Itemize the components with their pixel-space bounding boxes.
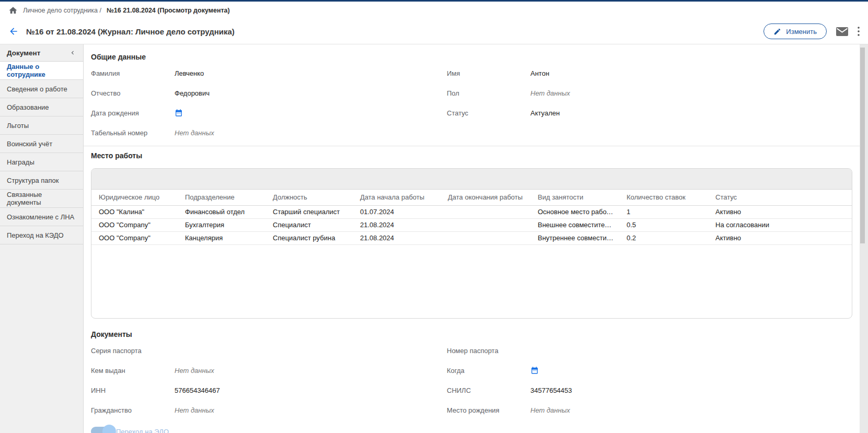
edo-toggle[interactable] bbox=[91, 427, 114, 433]
header-actions: Изменить bbox=[763, 24, 860, 39]
table-row[interactable]: ООО "Калина" Финансовый отдел Старший сп… bbox=[91, 205, 852, 218]
field-gender: Пол Нет данных bbox=[447, 83, 852, 103]
sidebar-item-lna[interactable]: Ознакомление с ЛНА bbox=[0, 208, 83, 226]
calendar-icon[interactable] bbox=[175, 109, 183, 117]
workplace-table-card: Юридическое лицо Подразделение Должность… bbox=[91, 168, 852, 319]
sidebar-item-label: Ознакомление с ЛНА bbox=[7, 213, 74, 221]
edit-button[interactable]: Изменить bbox=[763, 24, 827, 39]
field-inn: ИНН 576654346467 bbox=[91, 380, 447, 400]
envelope-icon[interactable] bbox=[836, 27, 848, 36]
sidebar-item-kedo[interactable]: Переход на КЭДО bbox=[0, 226, 83, 244]
cell: Активно bbox=[709, 205, 852, 218]
cell: 0.5 bbox=[620, 218, 709, 231]
documents-fields: Серия паспорта Номер паспорта Кем выдан … bbox=[91, 341, 852, 420]
table-row[interactable]: ООО "Company" Бухгалтерия Специалист 21.… bbox=[91, 218, 852, 231]
general-section-title: Общие данные bbox=[91, 50, 852, 63]
column-header[interactable]: Вид занятости bbox=[531, 190, 620, 205]
table-row[interactable]: ООО "Company" Канцелярия Специалист руби… bbox=[91, 231, 852, 244]
sidebar-nav: Данные о сотруднике Сведения о работе Об… bbox=[0, 62, 83, 244]
field-issued-by: Кем выдан Нет данных bbox=[91, 360, 447, 380]
cell: 01.07.2024 bbox=[354, 205, 442, 218]
field-value: 34577654453 bbox=[530, 387, 572, 394]
sidebar-header: Документ bbox=[0, 44, 83, 62]
cell: Активно bbox=[709, 231, 852, 244]
cell: 21.08.2024 bbox=[354, 218, 442, 231]
breadcrumb-path[interactable]: Личное дело сотрудника / bbox=[23, 7, 101, 14]
page-title: №16 от 21.08.2024 (Журнал: Личное дело с… bbox=[26, 27, 235, 36]
edo-toggle-knob bbox=[102, 425, 116, 433]
cell: Специалист рубина bbox=[267, 231, 354, 244]
field-value: Левченко bbox=[175, 69, 204, 77]
edo-toggle-row: Переход на ЭДО bbox=[91, 424, 852, 433]
collapse-sidebar-icon[interactable] bbox=[69, 49, 76, 56]
cell: Канцелярия bbox=[179, 231, 267, 244]
field-value: Нет данных bbox=[530, 406, 570, 414]
sidebar-title: Документ bbox=[7, 49, 40, 57]
sidebar-item-related-documents[interactable]: Связанные документы bbox=[0, 190, 83, 208]
column-header[interactable]: Должность bbox=[267, 190, 354, 205]
field-label: ИНН bbox=[91, 387, 175, 394]
sidebar-item-employee-data[interactable]: Данные о сотруднике bbox=[0, 62, 83, 80]
edit-button-label: Изменить bbox=[786, 28, 817, 36]
field-label: Место рождения bbox=[447, 406, 530, 414]
cell bbox=[442, 218, 531, 231]
documents-section-title: Документы bbox=[91, 327, 852, 341]
field-label: Табельный номер bbox=[91, 129, 175, 137]
field-label: Имя bbox=[447, 69, 530, 77]
kebab-menu-icon[interactable] bbox=[858, 27, 860, 36]
field-label: Дата рождения bbox=[91, 109, 175, 117]
field-firstname: Имя Антон bbox=[447, 63, 852, 83]
sidebar-item-label: Льготы bbox=[7, 122, 29, 130]
sidebar-item-awards[interactable]: Награды bbox=[0, 153, 83, 171]
column-header[interactable]: Количество ставок bbox=[620, 190, 709, 205]
field-label: Серия паспорта bbox=[91, 347, 175, 355]
field-birthdate: Дата рождения bbox=[91, 103, 447, 123]
table-header-row: Юридическое лицо Подразделение Должность… bbox=[91, 190, 852, 205]
field-issued-when: Когда bbox=[447, 360, 852, 380]
back-button[interactable] bbox=[8, 26, 19, 37]
sidebar-item-label: Награды bbox=[7, 158, 34, 166]
column-header[interactable]: Дата окончания работы bbox=[442, 190, 531, 205]
sidebar-item-military[interactable]: Воинский учёт bbox=[0, 135, 83, 153]
workplace-table-toolbar bbox=[91, 169, 852, 190]
column-header[interactable]: Подразделение bbox=[179, 190, 267, 205]
field-passport-series: Серия паспорта bbox=[91, 341, 447, 360]
sidebar-item-label: Данные о сотруднике bbox=[7, 63, 76, 78]
calendar-icon[interactable] bbox=[530, 366, 539, 375]
field-status: Статус Актуален bbox=[447, 103, 852, 123]
field-value: Нет данных bbox=[175, 129, 214, 137]
cell: 1 bbox=[620, 205, 709, 218]
pencil-icon bbox=[773, 28, 781, 36]
field-label: Отчество bbox=[91, 89, 175, 97]
cell: 0.2 bbox=[620, 231, 709, 244]
field-value: 576654346467 bbox=[175, 387, 220, 394]
cell: Внутреннее совместитель… bbox=[531, 231, 620, 244]
cell: Бухгалтерия bbox=[179, 218, 267, 231]
field-spacer bbox=[447, 123, 852, 143]
home-icon[interactable] bbox=[8, 6, 18, 15]
column-header[interactable]: Дата начала работы bbox=[354, 190, 442, 205]
sidebar-item-folder-structure[interactable]: Структура папок bbox=[0, 171, 83, 190]
sidebar-item-benefits[interactable]: Льготы bbox=[0, 116, 83, 135]
sidebar-item-label: Переход на КЭДО bbox=[7, 231, 64, 239]
sidebar-item-label: Сведения о работе bbox=[7, 85, 67, 93]
field-value: Нет данных bbox=[175, 367, 214, 375]
column-header[interactable]: Статус bbox=[709, 190, 852, 205]
cell: ООО "Калина" bbox=[91, 205, 179, 218]
field-middlename: Отчество Федорович bbox=[91, 83, 447, 103]
sidebar-item-education[interactable]: Образование bbox=[0, 98, 83, 116]
sidebar-item-label: Связанные документы bbox=[7, 191, 76, 206]
cell: ООО "Company" bbox=[91, 231, 179, 244]
edo-toggle-label: Переход на ЭДО bbox=[116, 428, 169, 433]
column-header[interactable]: Юридическое лицо bbox=[91, 190, 179, 205]
vertical-scrollbar[interactable] bbox=[860, 44, 868, 433]
field-lastname: Фамилия Левченко bbox=[91, 63, 447, 83]
field-label: Фамилия bbox=[91, 69, 175, 77]
scrollbar-thumb[interactable] bbox=[860, 48, 865, 243]
section-divider bbox=[84, 146, 860, 146]
sidebar-item-work-info[interactable]: Сведения о работе bbox=[0, 80, 83, 98]
field-label: Гражданство bbox=[91, 406, 175, 414]
field-passport-number: Номер паспорта bbox=[447, 341, 852, 360]
field-label: СНИЛС bbox=[447, 387, 530, 394]
field-birthplace: Место рождения Нет данных bbox=[447, 400, 852, 420]
